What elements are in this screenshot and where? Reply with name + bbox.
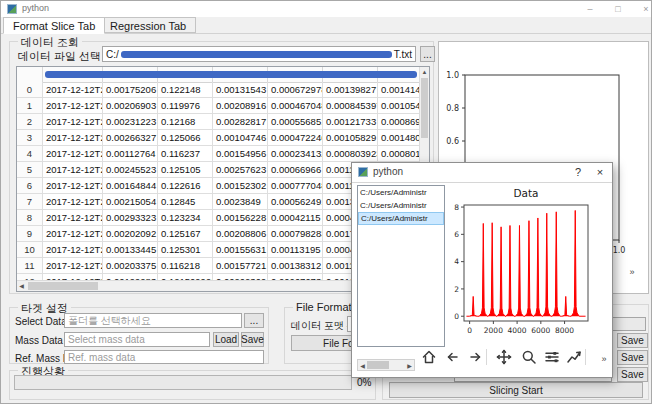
help-icon[interactable]: ?: [570, 165, 586, 180]
table-header-cell[interactable]: [17, 67, 43, 82]
table-cell[interactable]: 0.00257623: [213, 162, 268, 178]
table-cell[interactable]: 0.0023849: [213, 194, 268, 210]
table-cell[interactable]: 0.12845: [158, 194, 213, 210]
table-cell[interactable]: 0.00139827: [323, 82, 378, 98]
data-dir-browse-button[interactable]: ...: [244, 313, 264, 328]
browse-button[interactable]: ...: [420, 46, 435, 62]
table-cell[interactable]: 0.000798283: [268, 226, 323, 242]
table-cell[interactable]: 0.125301: [158, 242, 213, 258]
table-cell[interactable]: 2017-12-12T20…: [43, 194, 103, 210]
table-cell[interactable]: 0.000467048: [268, 98, 323, 114]
table-cell[interactable]: 0.00055685199…: [268, 114, 323, 130]
table-cell[interactable]: 0.122616: [158, 178, 213, 194]
save-button[interactable]: Save: [617, 333, 648, 348]
table-cell[interactable]: 0.116237: [158, 146, 213, 162]
toolbar-overflow-button[interactable]: »: [595, 350, 613, 368]
row-index[interactable]: 10: [17, 242, 43, 258]
table-cell[interactable]: 0.119976: [158, 98, 213, 114]
row-index[interactable]: 11: [17, 258, 43, 274]
maximize-icon[interactable]: □: [607, 3, 629, 16]
back-icon[interactable]: [443, 348, 461, 366]
subplots-icon[interactable]: [543, 348, 561, 366]
list-item[interactable]: C:/Users/Administr: [358, 212, 444, 225]
table-cell[interactable]: 0.00215054: [103, 194, 158, 210]
table-cell[interactable]: 2017-12-12T20…: [43, 162, 103, 178]
table-cell[interactable]: 0.123234: [158, 210, 213, 226]
table-cell[interactable]: 0.125066: [158, 130, 213, 146]
mass-data-load-button[interactable]: Load: [213, 332, 239, 347]
table-cell[interactable]: 0.00282817: [213, 114, 268, 130]
table-cell[interactable]: 0.12168: [158, 114, 213, 130]
row-index[interactable]: 8: [17, 210, 43, 226]
table-cell[interactable]: 0.122148: [158, 82, 213, 98]
table-cell[interactable]: 0.00112764: [103, 146, 158, 162]
toolbar-extension-button[interactable]: »: [623, 267, 641, 280]
file-path-field[interactable]: C:/ T.txt: [102, 46, 416, 62]
table-cell[interactable]: 0.116218: [158, 258, 213, 274]
table-cell[interactable]: 0.00133445: [103, 242, 158, 258]
tab-format-slice[interactable]: Format Slice Tab: [3, 17, 105, 34]
table-cell[interactable]: 0.00155631: [213, 242, 268, 258]
list-item[interactable]: C:/Users/Administr: [358, 199, 444, 212]
minimize-icon[interactable]: –: [579, 3, 601, 16]
save-button[interactable]: Save: [617, 367, 648, 382]
table-cell[interactable]: 0.00156228: [213, 210, 268, 226]
table-cell[interactable]: 0.00175206: [103, 82, 158, 98]
ref-mass-data-field[interactable]: Ref. mass data: [64, 350, 264, 364]
table-cell[interactable]: 0.00104746: [213, 130, 268, 146]
row-index[interactable]: 4: [17, 146, 43, 162]
row-index[interactable]: 1: [17, 98, 43, 114]
table-cell[interactable]: 0.00245523: [103, 162, 158, 178]
customize-icon[interactable]: [565, 348, 583, 366]
table-cell[interactable]: 0.00266327: [103, 130, 158, 146]
table-cell[interactable]: 2017-12-12T20…: [43, 114, 103, 130]
table-cell[interactable]: 2017-12-12T20…: [43, 98, 103, 114]
forward-icon[interactable]: [467, 348, 485, 366]
table-cell[interactable]: 0.00231223: [103, 114, 158, 130]
data-dir-field[interactable]: 폴더를 선택하세요: [64, 313, 242, 328]
table-cell[interactable]: 2017-12-12T20…: [43, 82, 103, 98]
table-cell[interactable]: 0.125167: [158, 226, 213, 242]
home-icon[interactable]: [420, 348, 438, 366]
list-item[interactable]: C:/Users/Administr: [358, 186, 444, 199]
tab-regression[interactable]: Regression Tab: [100, 17, 196, 33]
row-index[interactable]: 6: [17, 178, 43, 194]
table-cell[interactable]: 0.00157721: [213, 258, 268, 274]
table-cell[interactable]: 0.00042115: [268, 210, 323, 226]
row-index[interactable]: 9: [17, 226, 43, 242]
file-list[interactable]: C:/Users/AdministrC:/Users/AdministrC:/U…: [357, 185, 445, 347]
table-cell[interactable]: 0.00023413200…: [268, 146, 323, 162]
table-cell[interactable]: 0.000472246: [268, 130, 323, 146]
table-cell[interactable]: 0.00203375: [103, 258, 158, 274]
pan-icon[interactable]: [495, 348, 513, 366]
table-cell[interactable]: 0.00066966: [268, 162, 323, 178]
table-cell[interactable]: 0.00154956: [213, 146, 268, 162]
table-cell[interactable]: 0.00131543: [213, 82, 268, 98]
table-cell[interactable]: 0.00208916: [213, 98, 268, 114]
table-cell[interactable]: 0.00164844: [103, 178, 158, 194]
table-cell[interactable]: 0.000845397: [323, 98, 378, 114]
table-cell[interactable]: 2017-12-12T20…: [43, 258, 103, 274]
table-cell[interactable]: 0.00206903: [103, 98, 158, 114]
table-cell[interactable]: 0.00152302: [213, 178, 268, 194]
save-button[interactable]: Save: [617, 350, 648, 365]
table-cell[interactable]: 0.00113195: [268, 242, 323, 258]
table-cell[interactable]: 2017-12-12T20…: [43, 178, 103, 194]
table-cell[interactable]: 0.00077704899…: [268, 178, 323, 194]
table-cell[interactable]: 0.00105829: [323, 130, 378, 146]
row-index[interactable]: 2: [17, 114, 43, 130]
slicing-start-button[interactable]: Slicing Start: [389, 382, 643, 398]
table-cell[interactable]: 0.00202092: [103, 226, 158, 242]
table-cell[interactable]: 0.125105: [158, 162, 213, 178]
table-cell[interactable]: 0.00080392399…: [323, 146, 378, 162]
table-cell[interactable]: 0.00056249199…: [268, 194, 323, 210]
row-index[interactable]: 7: [17, 194, 43, 210]
table-cell[interactable]: 2017-12-12T20…: [43, 226, 103, 242]
table-cell[interactable]: 2017-12-12T20…: [43, 130, 103, 146]
table-cell[interactable]: 2017-12-12T20…: [43, 242, 103, 258]
zoom-icon[interactable]: [520, 348, 538, 366]
mass-data-field[interactable]: Select mass data: [64, 332, 210, 347]
close-icon[interactable]: ×: [592, 165, 608, 180]
row-index[interactable]: 3: [17, 130, 43, 146]
table-cell[interactable]: 0.00208806: [213, 226, 268, 242]
